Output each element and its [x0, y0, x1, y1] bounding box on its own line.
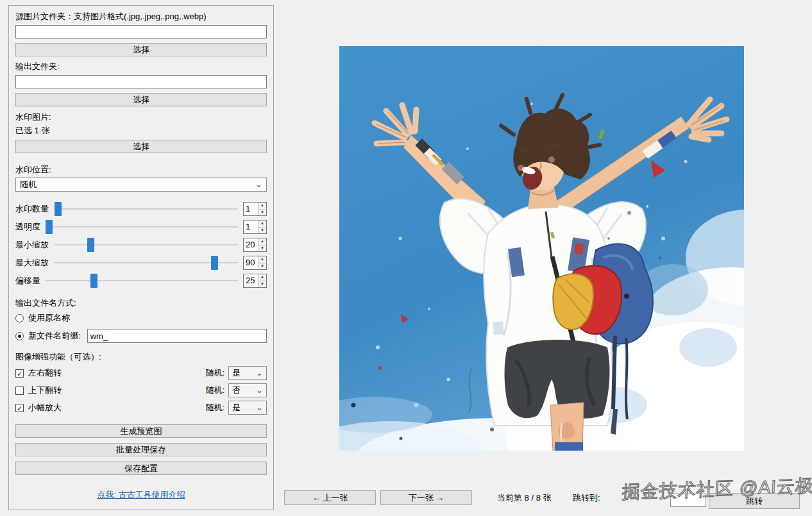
- slider-thumb[interactable]: [211, 256, 218, 270]
- prefix-input[interactable]: [87, 329, 267, 343]
- slider-row-opacity: 透明度 1 ▲▼: [15, 220, 267, 234]
- radio-label: 使用原名称: [28, 312, 70, 324]
- output-folder-input[interactable]: [15, 75, 267, 88]
- watermark-count-spinbox[interactable]: 1 ▲▼: [243, 202, 267, 216]
- slider-row-max-scale: 最大缩放 90 ▲▼: [15, 256, 267, 270]
- batch-process-button[interactable]: 批量处理保存: [15, 443, 267, 456]
- slider-thumb[interactable]: [90, 274, 97, 288]
- spinbox-value: 1: [244, 203, 258, 215]
- watermark-position-label: 水印位置:: [15, 165, 267, 175]
- chevron-down-icon: ⌄: [255, 181, 262, 188]
- watermark-count-slider[interactable]: [54, 202, 238, 216]
- watermark-position-value: 随机: [20, 179, 37, 190]
- slider-thumb[interactable]: [55, 202, 62, 216]
- random-label: 随机:: [205, 402, 224, 413]
- radio-new-prefix[interactable]: [15, 332, 24, 340]
- source-folder-input[interactable]: [15, 25, 267, 38]
- save-config-button[interactable]: 保存配置: [15, 462, 267, 475]
- watermark-image-label: 水印图片:: [15, 112, 267, 122]
- random-label: 随机:: [205, 367, 224, 379]
- output-choose-button[interactable]: 选择: [15, 93, 267, 106]
- jump-to-label: 跳转到:: [573, 490, 600, 505]
- slider-thumb[interactable]: [46, 220, 53, 234]
- watermark-choose-button[interactable]: 选择: [15, 140, 267, 153]
- flip-horizontal-random-select[interactable]: 是 ⌄: [228, 366, 267, 380]
- checkbox-flip-vertical[interactable]: [15, 387, 24, 395]
- generate-preview-button[interactable]: 生成预览图: [15, 424, 267, 438]
- prev-image-button[interactable]: ← 上一张: [284, 490, 376, 505]
- random-value: 否: [232, 385, 241, 396]
- slight-zoom-random-select[interactable]: 是 ⌄: [228, 401, 267, 415]
- next-image-button[interactable]: 下一张 →: [380, 490, 472, 505]
- slider-row-offset: 偏移量 25 ▲▼: [15, 274, 267, 288]
- radio-label: 新文件名前缀:: [28, 330, 81, 342]
- spin-down-button[interactable]: ▼: [258, 281, 266, 288]
- slider-row-watermark-count: 水印数量 1 ▲▼: [15, 202, 267, 216]
- slider-label: 偏移量: [15, 275, 40, 287]
- offset-spinbox[interactable]: 25 ▲▼: [243, 274, 267, 288]
- watermark-selected-count: 已选 1 张: [15, 126, 267, 136]
- max-scale-spinbox[interactable]: 90 ▲▼: [243, 256, 267, 270]
- random-value: 是: [232, 402, 241, 413]
- checkbox-slight-zoom[interactable]: ✓: [15, 404, 24, 412]
- spinbox-value: 90: [244, 256, 258, 269]
- jump-button[interactable]: 跳转: [709, 493, 800, 509]
- filename-mode-title: 输出文件名方式:: [15, 298, 267, 308]
- slider-row-min-scale: 最小缩放 20 ▲▼: [15, 238, 267, 252]
- spin-down-button[interactable]: ▼: [258, 263, 266, 270]
- help-link[interactable]: 点我: 古古工具使用介绍: [15, 489, 267, 501]
- slider-thumb[interactable]: [87, 238, 94, 252]
- enhance-row-slight-zoom: ✓ 小幅放大 随机: 是 ⌄: [15, 401, 267, 415]
- spin-up-button[interactable]: ▲: [258, 203, 266, 210]
- flip-vertical-random-select[interactable]: 否 ⌄: [228, 383, 267, 397]
- spin-down-button[interactable]: ▼: [258, 228, 266, 234]
- watermark-position-select[interactable]: 随机 ⌄: [15, 178, 267, 192]
- opacity-slider[interactable]: [46, 220, 238, 234]
- settings-panel: 源图片文件夹：支持图片格式(.jpg,.jpeg,.png,.webp) 选择 …: [8, 5, 274, 510]
- spin-up-button[interactable]: ▲: [258, 256, 266, 263]
- slider-label: 最小缩放: [15, 239, 49, 251]
- slider-label: 最大缩放: [15, 257, 49, 269]
- action-buttons: 生成预览图 批量处理保存 保存配置: [15, 424, 267, 475]
- spinbox-value: 1: [244, 221, 258, 233]
- random-value: 是: [232, 367, 241, 379]
- enhance-row-flip-horizontal: ✓ 左右翻转 随机: 是 ⌄: [15, 366, 267, 380]
- spinbox-value: 20: [244, 238, 258, 251]
- source-choose-button[interactable]: 选择: [15, 43, 267, 56]
- source-folder-label: 源图片文件夹：支持图片格式(.jpg,.jpeg,.png,.webp): [15, 12, 267, 22]
- spin-up-button[interactable]: ▲: [258, 274, 266, 281]
- enhance-title: 图像增强功能（可选）:: [15, 352, 267, 362]
- radio-row-original-name[interactable]: 使用原名称: [15, 312, 267, 324]
- spin-up-button[interactable]: ▲: [258, 221, 266, 228]
- checkbox-flip-horizontal[interactable]: ✓: [15, 369, 24, 378]
- spin-up-button[interactable]: ▲: [258, 238, 266, 246]
- watercolor-illustration: [339, 46, 744, 451]
- enhance-row-flip-vertical: 上下翻转 随机: 否 ⌄: [15, 383, 267, 397]
- image-counter: 当前第 8 / 8 张: [497, 490, 552, 505]
- opacity-spinbox[interactable]: 1 ▲▼: [243, 220, 267, 234]
- slider-label: 透明度: [15, 221, 40, 233]
- chevron-down-icon: ⌄: [256, 370, 263, 376]
- max-scale-slider[interactable]: [54, 256, 238, 270]
- slider-label: 水印数量: [15, 203, 49, 215]
- checkbox-label: 小幅放大: [28, 402, 62, 413]
- min-scale-spinbox[interactable]: 20 ▲▼: [243, 238, 267, 252]
- chevron-down-icon: ⌄: [256, 404, 263, 411]
- radio-original-name[interactable]: [15, 314, 24, 322]
- spin-down-button[interactable]: ▼: [258, 210, 266, 216]
- checkbox-label: 左右翻转: [28, 367, 62, 379]
- spin-down-button[interactable]: ▼: [258, 246, 266, 252]
- spinbox-value: 25: [244, 274, 258, 287]
- jump-to-input[interactable]: [670, 494, 706, 507]
- output-folder-label: 输出文件夹:: [15, 62, 267, 72]
- min-scale-slider[interactable]: [54, 238, 238, 252]
- radio-row-new-prefix[interactable]: 新文件名前缀:: [15, 329, 267, 343]
- checkbox-label: 上下翻转: [28, 385, 62, 396]
- offset-slider[interactable]: [46, 274, 238, 288]
- chevron-down-icon: ⌄: [256, 387, 263, 394]
- random-label: 随机:: [205, 385, 224, 396]
- preview-image: [339, 46, 744, 451]
